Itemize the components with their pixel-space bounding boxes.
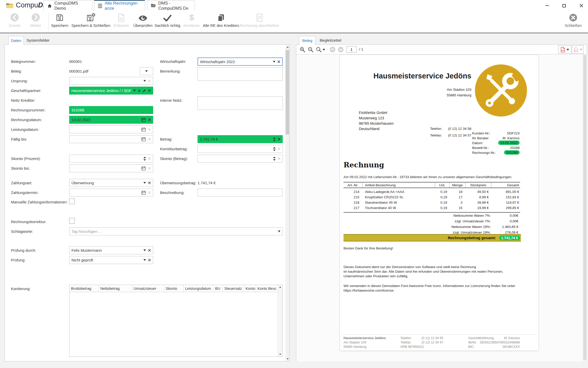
clear-icon[interactable] bbox=[148, 89, 151, 92]
geschaeftspartner-combobox[interactable]: Hausmeisterservice Jedöns / / SDF... + bbox=[69, 87, 153, 95]
clear-icon[interactable] bbox=[278, 157, 280, 160]
finish-invoice-button[interactable]: Rechnung abschließen bbox=[238, 12, 281, 28]
clear-icon[interactable] bbox=[148, 118, 151, 121]
chevron-down-icon[interactable] bbox=[143, 182, 146, 184]
chevron-down-icon[interactable] bbox=[143, 259, 146, 261]
calendar-icon[interactable] bbox=[141, 127, 146, 132]
form-panel-scrollbar[interactable] bbox=[285, 45, 289, 361]
pruefung-durch-combobox[interactable]: Felix Mustermann bbox=[69, 246, 153, 254]
tab-daten[interactable]: Daten bbox=[8, 36, 24, 45]
chevron-down-icon[interactable] bbox=[143, 80, 146, 82]
clear-icon[interactable] bbox=[148, 138, 151, 141]
tab-compudms-demo[interactable]: CompuDMS Demo bbox=[43, 1, 92, 11]
skonto-betrag-spinner[interactable] bbox=[198, 155, 283, 163]
scroll-down-icon[interactable] bbox=[278, 352, 282, 356]
minimize-icon bbox=[545, 5, 549, 6]
clear-icon[interactable] bbox=[277, 60, 280, 63]
clear-icon[interactable] bbox=[148, 128, 151, 131]
clear-icon[interactable] bbox=[148, 181, 151, 184]
export-pdf-all-button[interactable]: PDF bbox=[572, 45, 584, 54]
rechnungsdatum-datepicker[interactable]: 13.02.2022 bbox=[69, 116, 153, 124]
chevron-down-icon[interactable] bbox=[273, 61, 275, 63]
minimize-button[interactable] bbox=[542, 3, 553, 9]
page-number-input[interactable] bbox=[346, 46, 357, 53]
column-header[interactable]: Leistungsdatum bbox=[183, 285, 214, 292]
close-view-button[interactable]: Schließen bbox=[552, 12, 588, 28]
chevron-down-icon[interactable] bbox=[143, 249, 146, 251]
clear-icon[interactable] bbox=[148, 157, 151, 160]
tab-begleitzettel[interactable]: Begleitzettel bbox=[315, 36, 346, 45]
column-header[interactable]: Skonto bbox=[164, 285, 183, 292]
export-pdf-button[interactable]: PDF bbox=[558, 45, 571, 54]
column-header[interactable]: Konto Besc bbox=[256, 285, 278, 292]
column-header[interactable]: Konto bbox=[244, 285, 256, 292]
manuelle-zahlungsinformationen-checkbox[interactable] bbox=[69, 199, 75, 204]
kontierung-scrollbar[interactable] bbox=[278, 285, 282, 356]
document-scrollbar[interactable] bbox=[583, 54, 587, 361]
previous-page-button[interactable] bbox=[329, 46, 336, 53]
rechnungsnummer-input[interactable]: 310288 bbox=[69, 106, 153, 114]
calendar-icon[interactable] bbox=[141, 166, 146, 171]
zahlungstermin-datepicker[interactable] bbox=[69, 189, 153, 197]
faellig-bis-datepicker[interactable] bbox=[69, 135, 153, 143]
zoom-level-button[interactable] bbox=[315, 46, 326, 53]
skonto-bis-datepicker[interactable] bbox=[69, 164, 153, 172]
spinner-icons[interactable] bbox=[273, 147, 276, 151]
tab-beleg[interactable]: Beleg bbox=[299, 36, 315, 45]
next-page-button[interactable] bbox=[337, 46, 344, 53]
column-header[interactable]: Steuersatz bbox=[223, 285, 244, 292]
spinner-icons[interactable] bbox=[273, 157, 276, 161]
scrollbar-thumb[interactable] bbox=[286, 50, 289, 134]
scroll-down-icon[interactable] bbox=[285, 357, 290, 361]
clear-icon[interactable] bbox=[278, 138, 280, 141]
schlagworte-tag-input[interactable]: Tag hinzufügen ... bbox=[69, 227, 283, 235]
zoom-out-button[interactable] bbox=[307, 46, 314, 53]
calendar-icon[interactable] bbox=[141, 137, 146, 142]
clear-icon[interactable] bbox=[148, 249, 151, 252]
column-header[interactable]: Nettobetrag bbox=[99, 285, 132, 292]
beleg-dropdown-button[interactable] bbox=[140, 67, 153, 75]
tab-dms-compudms[interactable]: DMS - CompuDMS De bbox=[147, 1, 195, 11]
calendar-icon[interactable] bbox=[141, 190, 146, 195]
clear-icon[interactable] bbox=[148, 79, 151, 82]
all-invoices-of-creditor-button[interactable]: Alle RE des Kreditors bbox=[199, 12, 243, 28]
betrag-spinner[interactable]: 1.741,74 € bbox=[198, 135, 283, 143]
scrollbar-thumb[interactable] bbox=[583, 55, 586, 360]
invoice-item-row: 215 Knopfzellen CR20215 St. 0,19 17 8,99… bbox=[344, 194, 520, 200]
korrekturbetrag-spinner[interactable] bbox=[198, 145, 283, 153]
beschreibung-input[interactable] bbox=[198, 189, 283, 197]
skonto-prozent-spinner[interactable] bbox=[69, 155, 153, 163]
chevron-down-icon[interactable] bbox=[278, 231, 280, 232]
column-header[interactable]: BU bbox=[214, 285, 223, 292]
bemerkung-textarea[interactable] bbox=[198, 67, 283, 81]
calendar-icon[interactable] bbox=[141, 117, 146, 122]
zahlungsart-combobox[interactable]: Überweisung bbox=[69, 179, 153, 187]
column-header[interactable]: Umsatzsteuer bbox=[132, 285, 164, 292]
header-cell: Artikel-Bezeichnung bbox=[362, 182, 435, 188]
edit-icon[interactable] bbox=[143, 89, 146, 93]
spinner-icons[interactable] bbox=[143, 157, 146, 161]
clear-icon[interactable] bbox=[148, 191, 151, 194]
chevron-down-icon[interactable] bbox=[133, 90, 136, 91]
add-partner-icon[interactable]: + bbox=[138, 89, 141, 93]
maximize-button[interactable] bbox=[558, 3, 570, 9]
interne-notiz-textarea[interactable] bbox=[198, 96, 283, 110]
scroll-up-icon[interactable] bbox=[285, 45, 290, 49]
footer-label: BIC: bbox=[468, 345, 474, 349]
footer-label: HRB 987654321 bbox=[400, 345, 424, 349]
zoom-in-button[interactable] bbox=[299, 46, 306, 53]
clear-icon[interactable] bbox=[278, 147, 280, 150]
window-close-button[interactable] bbox=[576, 3, 587, 9]
scroll-up-icon[interactable] bbox=[278, 285, 282, 289]
pruefung-combobox[interactable]: Nicht geprüft bbox=[69, 256, 153, 264]
tab-systemfelder[interactable]: Systemfelder bbox=[24, 36, 52, 45]
ursprung-combobox[interactable] bbox=[69, 77, 153, 85]
wirtschaftsjahr-combobox[interactable]: Wirtschaftsjahr 2022 bbox=[198, 57, 283, 66]
tab-alle-rechnungen[interactable]: Alle Rechnungen anze bbox=[94, 0, 145, 11]
column-header[interactable]: Bruttobetrag bbox=[69, 285, 99, 292]
spinner-icons[interactable] bbox=[273, 137, 276, 141]
leistungsdatum-datepicker[interactable] bbox=[69, 125, 153, 133]
clear-icon[interactable] bbox=[148, 167, 151, 170]
rechnungskorrektur-checkbox[interactable] bbox=[69, 218, 75, 224]
clear-icon[interactable] bbox=[148, 259, 151, 261]
